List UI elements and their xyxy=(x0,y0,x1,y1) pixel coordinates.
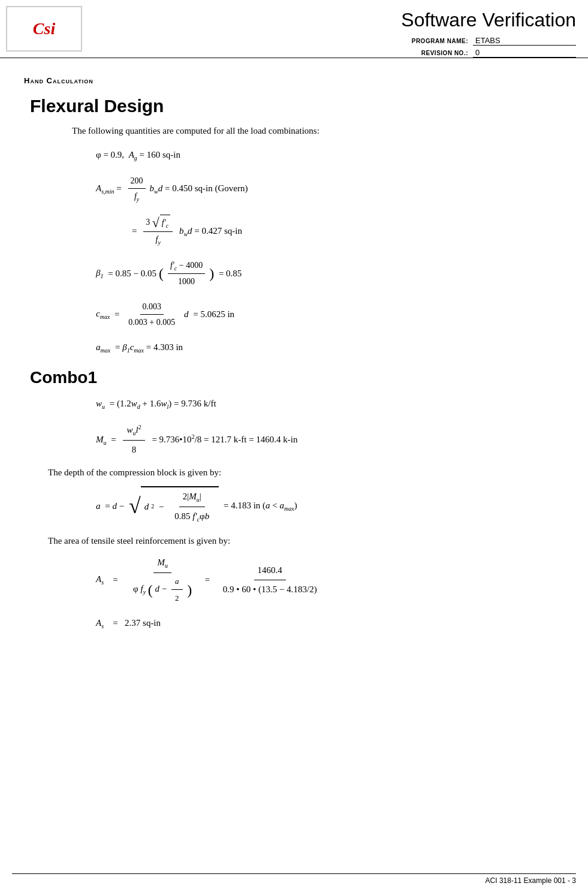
phi-ag-line: φ = 0.9, Ag = 160 sq-in xyxy=(96,147,564,164)
logo: Csi xyxy=(6,6,82,52)
As-eq: As = Mu φ fy ( d − a 2 ) = 1460.4 xyxy=(96,555,564,605)
hand-calc-label: Hand Calculation xyxy=(24,76,564,85)
combo1-heading: Combo1 xyxy=(30,368,564,387)
footer: ACI 318-11 Example 001 - 3 xyxy=(12,873,576,885)
program-name-row: PROGRAM NAME: ETABS xyxy=(384,36,576,46)
cmax-eq: cmax = 0.003 0.003 + 0.005 d = 5.0625 in xyxy=(96,299,564,330)
intro-text: The following quantities are computed fo… xyxy=(72,126,564,136)
footer-text: ACI 318-11 Example 001 - 3 xyxy=(486,876,576,885)
header-title-area: Software Verification PROGRAM NAME: ETAB… xyxy=(94,6,576,58)
page-title: Software Verification xyxy=(401,9,576,31)
beta1-eq: β1 = 0.85 − 0.05 ( f'c − 4000 1000 ) = 0… xyxy=(96,258,564,290)
asmin-eq2: = 3 √ f'c fy bwd = 0.427 sq-in xyxy=(96,215,564,248)
program-name-label: PROGRAM NAME: xyxy=(384,38,468,44)
flexural-heading: Flexural Design xyxy=(30,96,564,116)
Mu-eq: Mu = wul2 8 = 9.736•102/8 = 121.7 k-ft =… xyxy=(96,422,564,458)
depth-text: The depth of the compression block is gi… xyxy=(48,468,564,478)
asmin-eq1: As,min = 200 fy bwd = 0.450 sq-in (Gover… xyxy=(96,173,564,205)
a-eq: a = d − √ d2 − 2|Mu| 0.85 f'cφb = 4.183 … xyxy=(96,486,564,526)
amax-eq: amax = β1cmax = 4.303 in xyxy=(96,339,564,356)
revision-no-row: REVISION NO.: 0 xyxy=(384,48,576,58)
area-text: The area of tensile steel reinforcement … xyxy=(48,536,564,546)
header-fields: PROGRAM NAME: ETABS REVISION NO.: 0 xyxy=(384,36,576,58)
program-name-value: ETABS xyxy=(473,36,576,46)
As-result: As = 2.37 sq-in xyxy=(96,615,564,632)
revision-no-label: REVISION NO.: xyxy=(384,50,468,56)
page-header: Csi Software Verification PROGRAM NAME: … xyxy=(0,0,588,58)
main-content: Hand Calculation Flexural Design The fol… xyxy=(0,58,588,659)
wu-eq: wu = (1.2wd + 1.6wl) = 9.736 k/ft xyxy=(96,396,564,412)
logo-text: Csi xyxy=(33,19,55,38)
revision-no-value: 0 xyxy=(473,48,576,58)
